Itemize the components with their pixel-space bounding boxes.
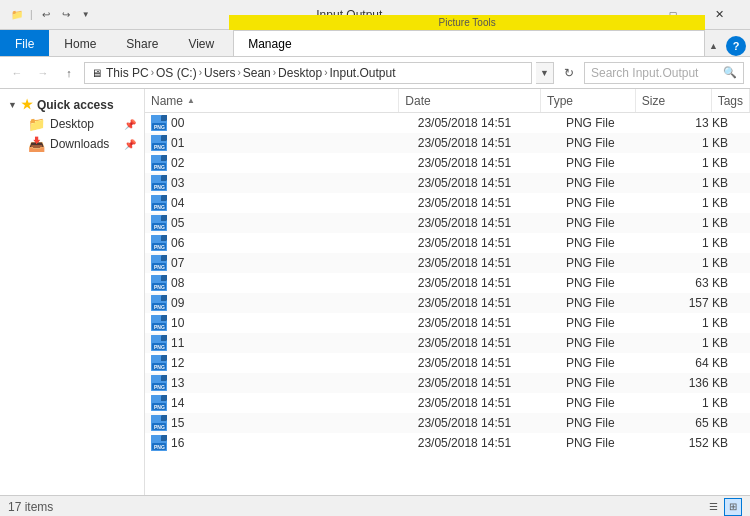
path-thispc[interactable]: This PC xyxy=(106,66,149,80)
sort-arrow-name: ▲ xyxy=(187,96,195,105)
table-row[interactable]: PNG 02 23/05/2018 14:51 PNG File 1 KB xyxy=(145,153,750,173)
table-row[interactable]: PNG 01 23/05/2018 14:51 PNG File 1 KB xyxy=(145,133,750,153)
ribbon: File Home Share View Picture Tools Manag… xyxy=(0,30,750,57)
details-view-button[interactable]: ☰ xyxy=(704,498,722,516)
cell-type: PNG File xyxy=(560,394,659,412)
table-row[interactable]: PNG 03 23/05/2018 14:51 PNG File 1 KB xyxy=(145,173,750,193)
table-row[interactable]: PNG 16 23/05/2018 14:51 PNG File 152 KB xyxy=(145,433,750,453)
svg-text:PNG: PNG xyxy=(154,384,165,390)
table-row[interactable]: PNG 09 23/05/2018 14:51 PNG File 157 KB xyxy=(145,293,750,313)
back-button[interactable]: ← xyxy=(6,62,28,84)
sidebar-item-desktop[interactable]: 📁 Desktop 📌 xyxy=(0,114,144,134)
picture-tools-label: Picture Tools xyxy=(229,15,705,30)
cell-name: PNG 12 xyxy=(145,353,412,373)
table-row[interactable]: PNG 07 23/05/2018 14:51 PNG File 1 KB xyxy=(145,253,750,273)
forward-button[interactable]: → xyxy=(32,62,54,84)
sidebar-item-downloads-label: Downloads xyxy=(50,137,109,151)
path-dropdown-button[interactable]: ▼ xyxy=(536,62,554,84)
search-icon[interactable]: 🔍 xyxy=(723,66,737,79)
cell-name: PNG 11 xyxy=(145,333,412,353)
col-header-date[interactable]: Date xyxy=(399,89,541,112)
cell-size: 1 KB xyxy=(659,214,738,232)
qat-redo-icon[interactable]: ↪ xyxy=(57,6,75,24)
qat-folder-icon[interactable]: 📁 xyxy=(8,6,26,24)
cell-tags xyxy=(738,301,750,305)
cell-name: PNG 16 xyxy=(145,433,412,453)
pin-icon-desktop: 📌 xyxy=(124,119,136,130)
table-row[interactable]: PNG 12 23/05/2018 14:51 PNG File 64 KB xyxy=(145,353,750,373)
address-bar: ← → ↑ 🖥 This PC › OS (C:) › Users › Sean… xyxy=(0,57,750,89)
tab-manage[interactable]: Manage xyxy=(233,30,705,56)
png-file-icon: PNG xyxy=(151,435,167,451)
table-row[interactable]: PNG 04 23/05/2018 14:51 PNG File 1 KB xyxy=(145,193,750,213)
png-file-icon: PNG xyxy=(151,295,167,311)
cell-type: PNG File xyxy=(560,314,659,332)
cell-type: PNG File xyxy=(560,334,659,352)
sidebar-item-downloads[interactable]: 📥 Downloads 📌 xyxy=(0,134,144,154)
svg-marker-29 xyxy=(161,255,167,261)
tab-share[interactable]: Share xyxy=(111,30,173,56)
svg-marker-57 xyxy=(161,395,167,401)
tab-view[interactable]: View xyxy=(173,30,229,56)
cell-type: PNG File xyxy=(560,254,659,272)
large-icons-view-button[interactable]: ⊞ xyxy=(724,498,742,516)
table-row[interactable]: PNG 08 23/05/2018 14:51 PNG File 63 KB xyxy=(145,273,750,293)
svg-marker-41 xyxy=(161,315,167,321)
cell-name: PNG 05 xyxy=(145,213,412,233)
quick-access-header[interactable]: ▼ ★ Quick access xyxy=(0,95,144,114)
cell-date: 23/05/2018 14:51 xyxy=(412,374,560,392)
path-computer: 🖥 This PC › OS (C:) › Users › Sean › Des… xyxy=(91,66,396,80)
sidebar: ▼ ★ Quick access 📁 Desktop 📌 📥 Downloads… xyxy=(0,89,145,495)
path-desktop[interactable]: Desktop xyxy=(278,66,322,80)
table-row[interactable]: PNG 13 23/05/2018 14:51 PNG File 136 KB xyxy=(145,373,750,393)
table-row[interactable]: PNG 05 23/05/2018 14:51 PNG File 1 KB xyxy=(145,213,750,233)
tab-file[interactable]: File xyxy=(0,30,49,56)
table-row[interactable]: PNG 15 23/05/2018 14:51 PNG File 65 KB xyxy=(145,413,750,433)
png-file-icon: PNG xyxy=(151,395,167,411)
cell-type: PNG File xyxy=(560,194,659,212)
col-header-size[interactable]: Size xyxy=(636,89,712,112)
svg-text:PNG: PNG xyxy=(154,344,165,350)
png-file-icon: PNG xyxy=(151,135,167,151)
cell-date: 23/05/2018 14:51 xyxy=(412,414,560,432)
address-path[interactable]: 🖥 This PC › OS (C:) › Users › Sean › Des… xyxy=(84,62,532,84)
svg-marker-61 xyxy=(161,415,167,421)
png-file-icon: PNG xyxy=(151,355,167,371)
svg-text:PNG: PNG xyxy=(154,284,165,290)
cell-size: 157 KB xyxy=(659,294,738,312)
cell-size: 136 KB xyxy=(659,374,738,392)
table-row[interactable]: PNG 10 23/05/2018 14:51 PNG File 1 KB xyxy=(145,313,750,333)
path-sean[interactable]: Sean xyxy=(243,66,271,80)
tab-home[interactable]: Home xyxy=(49,30,111,56)
cell-tags xyxy=(738,381,750,385)
col-header-name[interactable]: Name ▲ xyxy=(145,89,399,112)
cell-name: PNG 13 xyxy=(145,373,412,393)
col-header-tags[interactable]: Tags xyxy=(712,89,750,112)
cell-date: 23/05/2018 14:51 xyxy=(412,214,560,232)
table-row[interactable]: PNG 00 23/05/2018 14:51 PNG File 13 KB xyxy=(145,113,750,133)
cell-size: 152 KB xyxy=(659,434,738,452)
cell-date: 23/05/2018 14:51 xyxy=(412,114,560,132)
search-box[interactable]: Search Input.Output 🔍 xyxy=(584,62,744,84)
path-users[interactable]: Users xyxy=(204,66,235,80)
help-button[interactable]: ? xyxy=(726,36,746,56)
table-row[interactable]: PNG 06 23/05/2018 14:51 PNG File 1 KB xyxy=(145,233,750,253)
cell-type: PNG File xyxy=(560,174,659,192)
up-button[interactable]: ↑ xyxy=(58,62,80,84)
png-file-icon: PNG xyxy=(151,155,167,171)
path-c[interactable]: OS (C:) xyxy=(156,66,197,80)
png-file-icon: PNG xyxy=(151,275,167,291)
cell-tags xyxy=(738,121,750,125)
cell-type: PNG File xyxy=(560,354,659,372)
chevron-down-icon: ▼ xyxy=(8,100,17,110)
cell-size: 1 KB xyxy=(659,234,738,252)
table-row[interactable]: PNG 14 23/05/2018 14:51 PNG File 1 KB xyxy=(145,393,750,413)
quick-access-section: ▼ ★ Quick access 📁 Desktop 📌 📥 Downloads… xyxy=(0,93,144,156)
svg-marker-21 xyxy=(161,215,167,221)
qat-dropdown-icon[interactable]: ▼ xyxy=(77,6,95,24)
ribbon-expand-icon[interactable]: ▲ xyxy=(705,39,722,53)
qat-undo-icon[interactable]: ↩ xyxy=(37,6,55,24)
table-row[interactable]: PNG 11 23/05/2018 14:51 PNG File 1 KB xyxy=(145,333,750,353)
col-header-type[interactable]: Type xyxy=(541,89,636,112)
refresh-button[interactable]: ↻ xyxy=(558,62,580,84)
